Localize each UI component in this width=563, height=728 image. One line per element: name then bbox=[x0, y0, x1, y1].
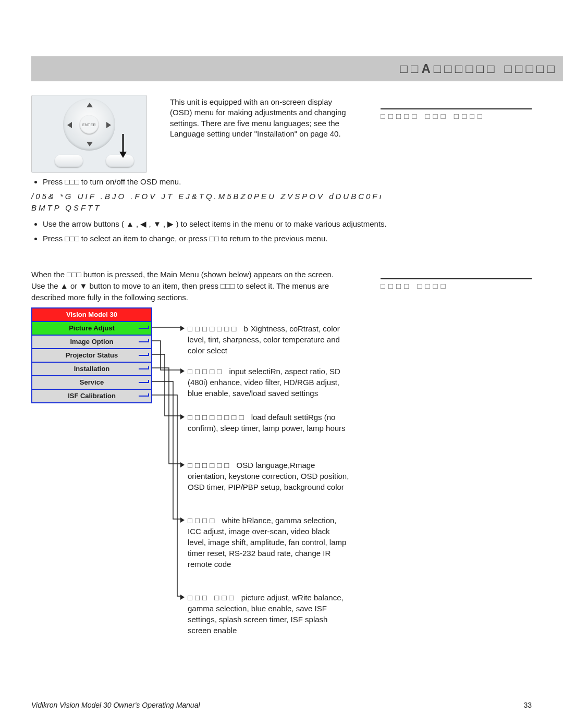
intro-paragraph: This unit is equipped with an on-screen … bbox=[170, 97, 347, 139]
desc-service: □□□□ white bRlance, gamma selection, ICC… bbox=[188, 515, 349, 570]
tick-icon bbox=[139, 392, 149, 400]
remote-illustration: ENTER bbox=[31, 95, 147, 173]
remote-pill-left bbox=[55, 155, 83, 167]
arrowhead-icon bbox=[180, 595, 185, 600]
desc-picture-adjust: □□□□□□□ bXightness, coRtrast, color leve… bbox=[188, 323, 349, 356]
dpad: ENTER bbox=[63, 98, 115, 151]
desc-projector-status: □□□□□□□□ load default settiRgs (no confi… bbox=[188, 412, 349, 434]
desc-isf-calibration: □□□ □□□ picture adjust, wRite balance, g… bbox=[188, 592, 349, 636]
tick-icon bbox=[139, 338, 149, 346]
bullet-press-menu: Press □□□ to turn on/off the OSD menu. bbox=[43, 176, 407, 188]
page-footer: Vidikron Vision Model 30 Owner's Operati… bbox=[31, 701, 532, 709]
osd-item-picture-adjust: Picture Adjust bbox=[31, 322, 152, 336]
side-label-1-text: □□□□□ □□□ □□□□ bbox=[381, 112, 485, 120]
osd-item-label: Service bbox=[80, 378, 104, 386]
callout-arrow-icon bbox=[118, 133, 139, 164]
tick-icon bbox=[139, 365, 149, 373]
osd-item-service: Service bbox=[31, 376, 152, 390]
side-label-main-menu: □□□□ □□□□ bbox=[381, 278, 532, 290]
osd-item-isf-calibration: ISF Calibration bbox=[31, 390, 152, 403]
section-header: □□A□□□□□□ □□□□□ bbox=[31, 56, 563, 81]
osd-item-label: Image Option bbox=[70, 338, 113, 346]
arrowhead-icon bbox=[180, 517, 185, 523]
arrowhead-icon bbox=[180, 462, 185, 467]
bullet-arrow-buttons: Use the arrow buttons ( ▲ , ◀ , ▼ , ▶ ) … bbox=[43, 218, 407, 230]
side-label-2-text: □□□□ □□□□ bbox=[381, 281, 449, 290]
side-label-using-osd: □□□□□ □□□ □□□□ bbox=[381, 108, 532, 120]
connector-lines bbox=[152, 307, 189, 641]
osd-item-installation: Installation bbox=[31, 363, 152, 376]
arrowhead-icon bbox=[180, 414, 185, 419]
footer-page-number: 33 bbox=[523, 701, 532, 709]
footer-title: Vidikron Vision Model 30 Owner's Operati… bbox=[31, 701, 200, 709]
enter-label: ENTER bbox=[82, 123, 96, 127]
bullet-enter-exit: Press □□□ to select an item to change, o… bbox=[43, 233, 407, 244]
arrow-down-icon bbox=[87, 142, 93, 146]
section-header-text: □□A□□□□□□ □□□□□ bbox=[400, 61, 558, 76]
arrow-up-icon bbox=[87, 103, 93, 107]
tick-icon bbox=[139, 351, 149, 360]
main-menu-paragraph: When the □□□ button is pressed, the Main… bbox=[31, 269, 349, 303]
instruction-list: Press □□□ to turn on/off the OSD menu. /… bbox=[31, 176, 407, 248]
enter-button: ENTER bbox=[80, 115, 99, 134]
osd-title-text: Vision Model 30 bbox=[66, 311, 117, 318]
osd-item-label: ISF Calibration bbox=[68, 392, 116, 400]
tick-icon bbox=[139, 378, 149, 387]
tick-icon bbox=[139, 324, 149, 332]
osd-item-projector-status: Projector Status bbox=[31, 349, 152, 363]
arrowhead-icon bbox=[180, 368, 185, 374]
osd-item-label: Projector Status bbox=[66, 351, 118, 359]
desc-image-option: □□□□□ input selectiRn, aspect ratio, SD … bbox=[188, 366, 349, 399]
desc-installation: □□□□□□ OSD language,Rmage orientation, k… bbox=[188, 460, 349, 492]
arrow-left-icon bbox=[67, 122, 72, 128]
arrowhead-icon bbox=[180, 326, 185, 331]
osd-item-label: Installation bbox=[74, 365, 110, 373]
osd-menu: Vision Model 30 Picture Adjust Image Opt… bbox=[31, 307, 152, 403]
osd-item-image-option: Image Option bbox=[31, 336, 152, 349]
osd-item-label: Picture Adjust bbox=[69, 324, 115, 332]
osd-title: Vision Model 30 bbox=[31, 307, 152, 322]
note-line: /05& *G UIF .BJO .FOV JT EJ&TQ.M5BZ0PEU … bbox=[31, 191, 407, 214]
arrow-right-icon bbox=[106, 122, 111, 128]
